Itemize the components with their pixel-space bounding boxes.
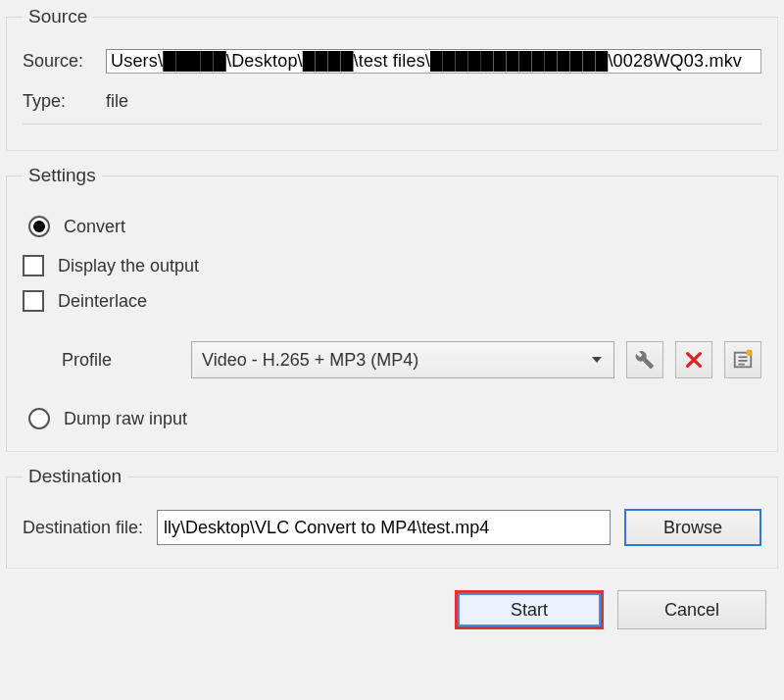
profile-select-value: Video - H.265 + MP3 (MP4) xyxy=(202,350,418,371)
settings-legend: Settings xyxy=(23,165,102,186)
dump-raw-label: Dump raw input xyxy=(64,409,187,429)
source-fieldset: Source Source: Type: file xyxy=(6,6,778,151)
type-row: Type: file xyxy=(23,91,761,125)
source-label: Source: xyxy=(23,51,106,72)
edit-profile-button[interactable] xyxy=(626,341,663,378)
dump-raw-radio[interactable] xyxy=(28,408,50,429)
convert-radio[interactable] xyxy=(28,216,50,237)
profile-label: Profile xyxy=(62,350,179,371)
deinterlace-row[interactable]: Deinterlace xyxy=(23,290,761,312)
wrench-icon xyxy=(635,350,655,370)
new-profile-button[interactable] xyxy=(724,341,761,378)
chevron-down-icon xyxy=(592,357,602,363)
settings-fieldset: Settings Convert Display the output Dein… xyxy=(6,165,778,452)
new-profile-icon xyxy=(732,349,754,371)
source-row: Source: xyxy=(23,49,761,74)
source-legend: Source xyxy=(23,6,93,27)
dump-raw-radio-row[interactable]: Dump raw input xyxy=(28,408,761,429)
convert-radio-label: Convert xyxy=(64,217,125,237)
display-output-row[interactable]: Display the output xyxy=(23,255,761,276)
destination-input[interactable] xyxy=(157,510,611,545)
source-input[interactable] xyxy=(106,49,761,74)
display-output-label: Display the output xyxy=(58,256,199,276)
destination-fieldset: Destination Destination file: Browse xyxy=(6,466,778,569)
browse-button[interactable]: Browse xyxy=(624,509,761,546)
destination-label: Destination file: xyxy=(23,518,143,538)
button-bar: Start Cancel xyxy=(6,582,778,629)
convert-radio-row[interactable]: Convert xyxy=(28,216,761,237)
type-label: Type: xyxy=(23,91,106,112)
delete-profile-button[interactable] xyxy=(675,341,712,378)
destination-row: Destination file: Browse xyxy=(23,509,761,546)
profile-row: Profile Video - H.265 + MP3 (MP4) xyxy=(62,341,761,378)
deinterlace-label: Deinterlace xyxy=(58,291,147,312)
deinterlace-checkbox[interactable] xyxy=(23,290,44,312)
destination-legend: Destination xyxy=(23,466,127,487)
cancel-button[interactable]: Cancel xyxy=(617,590,766,629)
profile-select[interactable]: Video - H.265 + MP3 (MP4) xyxy=(191,341,614,378)
display-output-checkbox[interactable] xyxy=(23,255,44,276)
svg-point-4 xyxy=(746,349,752,355)
start-button[interactable]: Start xyxy=(455,590,604,629)
delete-icon xyxy=(683,349,705,371)
type-value: file xyxy=(106,91,128,112)
